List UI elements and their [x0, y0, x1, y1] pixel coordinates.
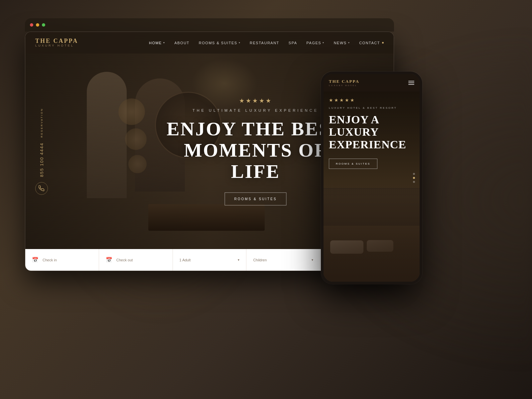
nav-restaurant[interactable]: RESTAURANT	[250, 41, 279, 45]
bed-shadow	[324, 226, 420, 282]
reservation-label: RESERVATION	[40, 108, 43, 138]
mobile-title-line2: LUXURY	[329, 126, 379, 138]
nav-news[interactable]: NEWS ▾	[334, 41, 350, 45]
menu-bar-1	[408, 81, 414, 81]
mobile-logo-sub: LUXURY HOTEL	[329, 84, 382, 86]
nav-home-chevron: ▾	[163, 41, 165, 44]
nav-home[interactable]: HOME ▾	[149, 41, 165, 45]
nav-contact[interactable]: CONTACT	[359, 41, 384, 45]
hero-title-line1: ENJOY THE BEST	[167, 118, 344, 140]
sideboard-console	[148, 204, 265, 231]
nav-news-chevron: ▾	[348, 41, 350, 44]
scroll-dot-2[interactable]	[413, 177, 415, 179]
mobile-hero-content: ★★★★★ LUXURY HOTEL & BEST RESORT ENJOY A…	[329, 97, 414, 169]
nav-rooms[interactable]: ROOMS & SUITES ▾	[199, 41, 240, 45]
navigation-bar: THE CAPPA LUXURY HOTEL HOME ▾ ABOUT ROOM…	[25, 32, 394, 54]
children-label: Children	[253, 258, 267, 262]
hero-content: ★★★★★ THE ULTIMATE LUXURY EXPERIENCE ENJ…	[164, 97, 348, 205]
checkin-field[interactable]: 📅 Check in	[25, 249, 99, 271]
children-chevron-icon: ▾	[312, 258, 313, 262]
scroll-dot-3[interactable]	[413, 181, 415, 183]
browser-maximize	[42, 23, 45, 27]
mobile-title-line1: ENJOY A	[329, 113, 379, 126]
browser-minimize	[36, 23, 39, 27]
checkout-field[interactable]: 📅 Check out	[99, 249, 173, 271]
nav-rooms-chevron: ▾	[239, 41, 241, 44]
checkout-calendar-icon: 📅	[106, 257, 112, 263]
hero-cta-button[interactable]: ROOMS & SUITES	[224, 193, 286, 205]
hat-decor-2	[125, 128, 147, 150]
nav-spa-label: SPA	[289, 41, 297, 45]
mobile-title-line3: EXPERIENCE	[329, 138, 406, 151]
desktop-logo[interactable]: THE CAPPA LUXURY HOTEL	[35, 38, 88, 48]
mobile-subtitle: LUXURY HOTEL & BEST RESORT	[329, 106, 414, 109]
arch-panel-left	[87, 72, 127, 198]
browser-close	[30, 23, 33, 27]
logo-sub-text: LUXURY HOTEL	[35, 44, 88, 48]
nav-news-label: NEWS	[334, 41, 347, 45]
mobile-stars: ★★★★★	[329, 97, 414, 103]
checkin-label: Check in	[43, 258, 57, 262]
nav-pages-label: PAGES	[307, 41, 322, 45]
mobile-logo-main: THE CAPPA	[329, 79, 382, 84]
children-field[interactable]: Children ▾	[246, 249, 320, 271]
mobile-navigation: THE CAPPA LUXURY HOTEL	[324, 74, 420, 91]
hero-stars: ★★★★★	[164, 97, 348, 104]
hat-decor-1	[118, 98, 145, 125]
mobile-scroll-dots	[413, 173, 415, 183]
nav-home-label: HOME	[149, 41, 162, 45]
nav-restaurant-label: RESTAURANT	[250, 41, 279, 45]
nav-spa[interactable]: SPA	[289, 41, 297, 45]
mobile-bed-scene	[324, 188, 420, 282]
adults-label: 1 Adult	[180, 258, 191, 262]
nav-about[interactable]: ABOUT	[174, 41, 189, 45]
nav-contact-label: CONTACT	[359, 41, 380, 45]
checkout-label: Check out	[116, 258, 133, 262]
browser-bar	[25, 18, 394, 32]
menu-bar-3	[408, 84, 414, 85]
menu-bar-2	[408, 82, 414, 83]
nav-about-label: ABOUT	[174, 41, 189, 45]
mobile-mockup: THE CAPPA LUXURY HOTEL ★★★★★ LUXURY HOTE…	[321, 71, 422, 284]
nav-contact-dot	[382, 42, 384, 44]
checkin-calendar-icon: 📅	[32, 257, 39, 263]
nav-pages[interactable]: PAGES ▾	[307, 41, 325, 45]
hero-subtitle: THE ULTIMATE LUXURY EXPERIENCE	[164, 108, 348, 112]
nav-links: HOME ▾ ABOUT ROOMS & SUITES ▾ RESTAURANT…	[149, 41, 384, 45]
adults-field[interactable]: 1 Adult ▾	[173, 249, 247, 271]
hero-title: ENJOY THE BEST MOMENTS OF LIFE	[164, 118, 348, 182]
phone-number: 855 100 4444	[39, 143, 44, 177]
hat-decor-3	[128, 155, 147, 173]
adults-chevron-icon: ▾	[238, 258, 239, 262]
phone-icon[interactable]	[35, 182, 48, 195]
sidebar-reservation: RESERVATION 855 100 4444	[35, 108, 48, 195]
mobile-menu-button[interactable]	[408, 81, 414, 85]
mobile-cta-button[interactable]: ROOMS & SUITES	[329, 159, 377, 169]
hero-title-line2: MOMENTS OF LIFE	[184, 139, 327, 182]
nav-pages-chevron: ▾	[323, 41, 325, 44]
nav-rooms-label: ROOMS & SUITES	[199, 41, 237, 45]
mobile-logo[interactable]: THE CAPPA LUXURY HOTEL	[329, 79, 382, 86]
scroll-dot-1[interactable]	[413, 173, 415, 175]
mobile-title: ENJOY A LUXURY EXPERIENCE	[329, 113, 414, 151]
logo-main-text: THE CAPPA	[35, 38, 88, 45]
